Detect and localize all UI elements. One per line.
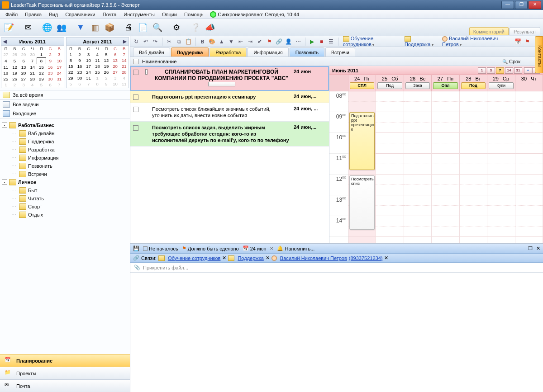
cal-day[interactable]: 4 — [1, 58, 10, 64]
day-col[interactable]: 27 ПнОпл — [432, 75, 459, 91]
status-not-started[interactable]: Не началось — [143, 246, 178, 251]
cal-day[interactable]: 31 — [84, 75, 93, 81]
task-row[interactable]: Подготовить ppt презентацию к семинару 2… — [130, 91, 329, 103]
tab-Поддержка[interactable]: Поддержка — [171, 47, 209, 57]
menu-help[interactable]: Помощь — [181, 11, 207, 18]
cal-day[interactable]: 5 — [10, 58, 19, 64]
link-training[interactable]: Обучение сотрудников — [168, 255, 221, 261]
grid-col[interactable] — [432, 91, 459, 243]
cal-day[interactable]: 11 — [1, 64, 10, 71]
cal-day[interactable]: 30 — [46, 76, 55, 82]
rtb-up[interactable]: ▲ — [218, 37, 226, 46]
category-leaf[interactable]: ⋯Отдых — [0, 211, 130, 219]
category-leaf[interactable]: ⋯Поддержка — [0, 137, 130, 146]
cal-day[interactable]: 7 — [119, 52, 129, 57]
cal-day[interactable]: 3 — [84, 52, 93, 57]
new-task-button[interactable]: 📝 — [3, 21, 15, 34]
rtb-support[interactable]: Поддержка — [403, 36, 439, 47]
appointment[interactable]: Подготовить ppt презентацию к — [349, 112, 375, 170]
cal-day[interactable]: 17 — [55, 64, 64, 71]
tab-result[interactable]: Результат — [510, 27, 540, 35]
rtb-stop[interactable]: ■ — [318, 37, 326, 46]
cal-day[interactable]: 14 — [119, 57, 129, 63]
cal-day[interactable]: 2 — [75, 52, 84, 57]
col-name[interactable]: Наименование — [142, 59, 499, 64]
nav-Проекты[interactable]: 📁Проекты — [0, 367, 130, 379]
allday-chip[interactable]: Зака — [405, 82, 430, 89]
detail-close[interactable]: ✕ — [536, 246, 540, 251]
category-leaf[interactable]: ⋯Спорт — [0, 203, 130, 211]
rtb-check[interactable]: ✔ — [256, 37, 264, 46]
cal-day[interactable]: 12 — [10, 64, 19, 71]
calendar-july[interactable]: ◀Июль 2011 ПВСЧПСВ2728293012345678910111… — [1, 37, 64, 88]
archive-button[interactable]: 📦 — [103, 21, 116, 34]
allday-chip[interactable]: Опл — [433, 82, 457, 89]
day-col[interactable]: 25 СбПод — [376, 75, 404, 91]
tab-Информация[interactable]: Информация — [248, 47, 288, 57]
announce-button[interactable]: 📣 — [204, 21, 216, 34]
filter-button[interactable]: ▼ — [74, 21, 87, 34]
view-3[interactable]: 3 — [487, 67, 495, 74]
cal-day[interactable]: 15 — [67, 63, 76, 69]
cal-day[interactable]: 16 — [46, 64, 55, 71]
users-button[interactable]: 👥 — [55, 21, 68, 34]
cal-day[interactable]: 7 — [84, 81, 93, 87]
schedule-grid[interactable]: Подготовить ppt презентацию кПосмотреть … — [348, 91, 543, 243]
rtb-redo[interactable]: ↷ — [151, 37, 159, 46]
task-row[interactable]: Посмотреть список задач, выделить жирным… — [130, 122, 329, 146]
cal-day[interactable]: 7 — [28, 58, 37, 64]
nav-Планирование[interactable]: 📅Планирование — [0, 354, 130, 367]
cal-prev-icon[interactable]: ◀ — [2, 39, 8, 44]
cal-day[interactable]: 11 — [93, 57, 102, 63]
select-all-checkbox[interactable] — [133, 59, 138, 64]
col-due-search[interactable]: Срок — [502, 59, 529, 64]
cal-day[interactable]: 19 — [102, 63, 111, 69]
expand-icon[interactable]: - — [2, 123, 7, 128]
link-user[interactable]: Василий Николаевич Петров — [280, 255, 347, 261]
cal-day[interactable]: 2 — [102, 75, 111, 81]
detail-date[interactable]: 📅24 июн — [243, 246, 267, 251]
close-button[interactable]: ✕ — [529, 1, 541, 9]
cal-day[interactable]: 9 — [75, 57, 84, 63]
menu-edit[interactable]: Правка — [21, 11, 45, 18]
view-7[interactable]: 7 — [496, 67, 504, 74]
cal-day[interactable]: 30 — [28, 52, 37, 58]
cal-day[interactable]: 27 — [1, 52, 10, 58]
appointment[interactable]: Посмотреть спис — [349, 175, 375, 230]
cal-day[interactable]: 24 — [84, 69, 93, 75]
cal-day[interactable]: 1 — [1, 82, 10, 88]
cal-day[interactable]: 20 — [19, 70, 28, 76]
sync-button[interactable]: 🌐 — [41, 21, 53, 34]
clear-date[interactable]: ✕ — [270, 246, 273, 251]
rtb-flag-red[interactable]: ⚑ — [265, 37, 273, 46]
grid-col[interactable] — [487, 91, 515, 243]
cal-day[interactable]: 4 — [28, 82, 37, 88]
rtb-user[interactable]: Василий Николаевич Петров — [440, 36, 512, 47]
cal-day[interactable]: 21 — [119, 63, 129, 69]
filter-inbox[interactable]: Входящие — [0, 109, 130, 118]
cal-day[interactable]: 24 — [55, 70, 64, 76]
task-checkbox[interactable] — [133, 70, 138, 75]
view-31[interactable]: 31 — [514, 67, 522, 74]
contacts-side-tab[interactable]: Контакты — [535, 36, 543, 73]
cal-day[interactable]: 9 — [102, 81, 111, 87]
detail-body[interactable] — [130, 273, 543, 392]
save-icon[interactable]: 💾 — [133, 246, 139, 251]
cal-day[interactable]: 7 — [55, 82, 64, 88]
cal-day[interactable]: 8 — [37, 58, 46, 64]
category-node[interactable]: -Личное — [0, 178, 130, 186]
detail-restore[interactable]: ❐ — [528, 246, 533, 251]
link-phone[interactable]: (89337521234) — [349, 255, 383, 261]
print-button[interactable]: 🖨 — [122, 21, 135, 34]
cal-day[interactable]: 6 — [75, 81, 84, 87]
cal-day[interactable]: 29 — [67, 75, 76, 81]
cal-day[interactable]: 28 — [119, 69, 129, 75]
cal-day[interactable]: 2 — [46, 52, 55, 58]
view-14[interactable]: 14 — [505, 67, 513, 74]
nav-prev[interactable]: « — [524, 67, 532, 74]
grid-col[interactable] — [460, 91, 487, 243]
cal-day[interactable]: 26 — [10, 76, 19, 82]
detail-remind[interactable]: 🔔Напомнить... — [277, 246, 314, 251]
task-checkbox[interactable] — [133, 125, 138, 131]
cal-day[interactable]: 6 — [19, 58, 28, 64]
